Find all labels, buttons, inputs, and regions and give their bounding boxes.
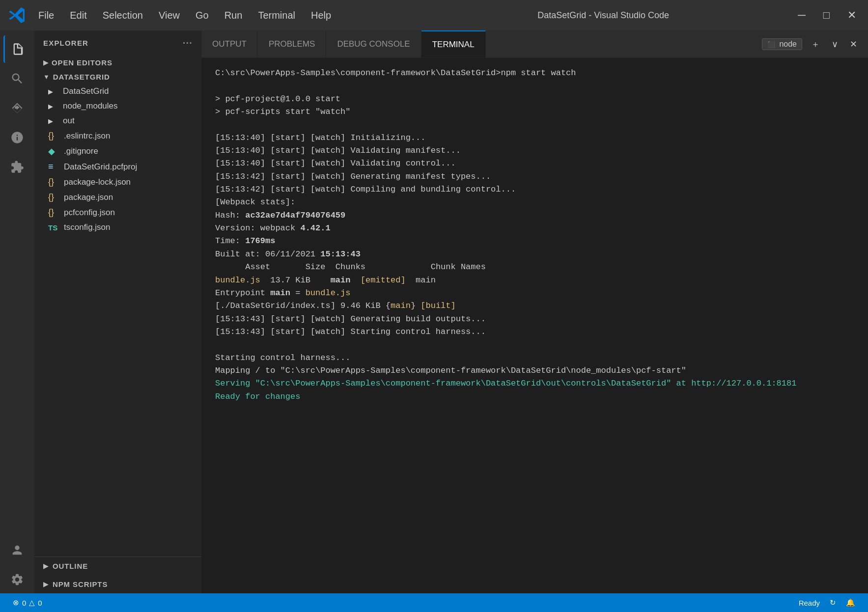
terminal-line-serving: Serving "C:\src\PowerApps-Samples\compon… [215, 377, 854, 390]
datasetgrid-section[interactable]: ▼ DataSetGrid [34, 70, 201, 84]
gitignore-icon: ◆ [48, 146, 59, 157]
menu-selection[interactable]: Selection [96, 7, 150, 24]
titlebar: File Edit Selection View Go Run Terminal… [0, 0, 868, 30]
tab-debug-label: DEBUG CONSOLE [337, 39, 410, 49]
tab-debug-console[interactable]: DEBUG CONSOLE [326, 30, 421, 57]
terminal-line-ready: Ready for changes [215, 390, 854, 403]
terminal-panel[interactable]: C:\src\PowerApps-Samples\component-frame… [201, 58, 868, 593]
folder-name: DataSetGrid [63, 86, 109, 96]
json-icon-package: {} [48, 192, 59, 202]
menu-terminal[interactable]: Terminal [251, 7, 302, 24]
activity-extensions[interactable] [3, 153, 31, 181]
sidebar-more-button[interactable]: ··· [183, 37, 193, 49]
editor-area: OUTPUT PROBLEMS DEBUG CONSOLE TERMINAL ⬛… [201, 30, 868, 593]
terminal-icon: ⬛ [767, 41, 775, 48]
sidebar-item-pcfproj[interactable]: ≡ DataSetGrid.pcfproj [34, 159, 201, 174]
restore-button[interactable]: □ [819, 7, 834, 24]
json-icon-eslint: {} [48, 131, 59, 141]
terminal-line-manifest-types: [15:13:42] [start] [watch] Generating ma… [215, 170, 854, 183]
eslint-filename: .eslintrc.json [64, 131, 110, 141]
activity-settings[interactable] [3, 566, 31, 593]
account-icon [10, 543, 24, 557]
sidebar-item-pcfconfig[interactable]: {} pcfconfig.json [34, 205, 201, 220]
sidebar-item-eslint[interactable]: {} .eslintrc.json [34, 128, 201, 143]
npm-scripts-chevron: ▶ [43, 581, 49, 588]
menu-help[interactable]: Help [304, 7, 338, 24]
close-button[interactable]: ✕ [843, 7, 860, 24]
terminal-line-hash: Hash: ac32ae7d4af794076459 [215, 209, 854, 222]
sidebar-item-datasetgrid-folder[interactable]: ▶ DataSetGrid [34, 84, 201, 99]
package-lock-filename: package-lock.json [64, 177, 131, 187]
npm-scripts-section[interactable]: ▶ NPM Scripts [34, 575, 201, 593]
git-icon [10, 101, 24, 115]
terminal-line-compiling: [15:13:42] [start] [watch] Compiling and… [215, 183, 854, 196]
status-right: Ready ↻ 🔔 [794, 598, 860, 607]
status-ready[interactable]: Ready [794, 599, 825, 607]
terminal-line-blank2 [215, 118, 854, 131]
sidebar-item-gitignore[interactable]: ◆ .gitignore [34, 143, 201, 159]
terminal-line-init: [15:13:40] [start] [watch] Initializing.… [215, 132, 854, 144]
sidebar-item-package-lock[interactable]: {} package-lock.json [34, 174, 201, 190]
extensions-icon [10, 160, 24, 174]
warning-count: 0 [38, 599, 42, 607]
sidebar: Explorer ··· ▶ Open Editors ▼ DataSetGri… [34, 30, 201, 593]
error-x-icon: ⊗ [13, 598, 19, 607]
tab-terminal[interactable]: TERMINAL [421, 30, 486, 57]
terminal-line-harness: [15:13:43] [start] [watch] Starting cont… [215, 326, 854, 338]
pcfproj-filename: DataSetGrid.pcfproj [64, 162, 137, 172]
activity-git[interactable] [3, 94, 31, 122]
node-badge-label: node [779, 40, 797, 48]
menu-edit[interactable]: Edit [63, 7, 93, 24]
menu-view[interactable]: View [152, 7, 187, 24]
package-filename: package.json [64, 193, 113, 202]
terminal-line-manifest: [15:13:40] [start] [watch] Validating ma… [215, 144, 854, 157]
tsconfig-icon: TS [48, 223, 59, 232]
terminal-line-control: [15:13:40] [start] [watch] Validating co… [215, 157, 854, 170]
outline-chevron: ▶ [43, 562, 49, 570]
outline-section[interactable]: ▶ Outline [34, 557, 201, 575]
tab-problems-label: PROBLEMS [269, 39, 315, 49]
activity-search[interactable] [3, 65, 31, 92]
error-count: 0 [22, 599, 26, 607]
split-terminal-button[interactable]: ∨ [829, 37, 841, 52]
terminal-line-mapping: Mapping / to "C:\src\PowerApps-Samples\c… [215, 364, 854, 377]
warning-triangle-icon: △ [29, 598, 35, 607]
activity-debug[interactable] [3, 124, 31, 151]
sidebar-item-package[interactable]: {} package.json [34, 190, 201, 205]
window-controls: ─ □ ✕ [794, 7, 860, 24]
close-terminal-button[interactable]: ✕ [847, 37, 860, 52]
terminal-line-webpack: [Webpack stats]: [215, 196, 854, 209]
terminal-line-blank3 [215, 338, 854, 351]
terminal-line-table-header: Asset Size Chunks Chunk Names [215, 261, 854, 274]
open-editors-label: Open Editors [52, 58, 112, 67]
sidebar-item-tsconfig[interactable]: TS tsconfig.json [34, 220, 201, 235]
tab-terminal-label: TERMINAL [432, 40, 475, 50]
menu-run[interactable]: Run [218, 7, 250, 24]
files-icon [11, 42, 25, 56]
settings-icon [10, 573, 24, 586]
menu-file[interactable]: File [31, 7, 61, 24]
activity-account[interactable] [3, 536, 31, 564]
activity-explorer[interactable] [3, 35, 31, 63]
terminal-line-bundle: bundle.js 13.7 KiB main [emitted] main [215, 274, 854, 287]
add-terminal-button[interactable]: ＋ [808, 36, 823, 52]
node-modules-name: node_modules [63, 101, 118, 111]
vscode-logo [8, 6, 26, 24]
sidebar-item-out[interactable]: ▶ out [34, 113, 201, 128]
status-bar: ⊗ 0 △ 0 Ready ↻ 🔔 [0, 593, 868, 612]
status-errors[interactable]: ⊗ 0 △ 0 [8, 593, 47, 612]
status-sync[interactable]: ↻ [825, 598, 841, 607]
sidebar-bottom: ▶ Outline ▶ NPM Scripts [34, 556, 201, 593]
menu-go[interactable]: Go [189, 7, 216, 24]
tab-output[interactable]: OUTPUT [201, 30, 258, 57]
status-notification[interactable]: 🔔 [841, 598, 860, 607]
sidebar-item-node-modules[interactable]: ▶ node_modules [34, 99, 201, 113]
minimize-button[interactable]: ─ [794, 7, 810, 24]
tsconfig-filename: tsconfig.json [64, 223, 111, 232]
open-editors-section[interactable]: ▶ Open Editors [34, 56, 201, 70]
tab-problems[interactable]: PROBLEMS [258, 30, 326, 57]
json-icon-package-lock: {} [48, 177, 59, 187]
window-title: DataSetGrid - Visual Studio Code [413, 10, 794, 21]
notification-icon: 🔔 [846, 598, 855, 607]
terminal-line-project: > pcf-project@1.0.0 start [215, 93, 854, 106]
